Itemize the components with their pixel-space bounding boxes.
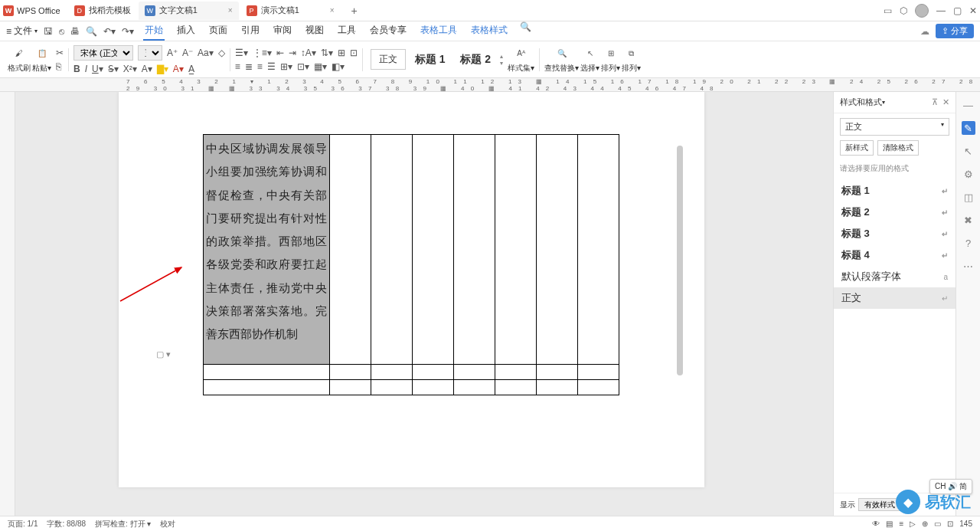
superscript-icon[interactable]: X²▾ [123, 64, 137, 74]
clear-format-icon[interactable]: ◇ [218, 48, 225, 58]
tab-tools[interactable]: 工具 [336, 21, 358, 41]
tab-document-active[interactable]: W 文字文稿1 × [139, 2, 239, 20]
find-replace-button[interactable]: 🔍 查找替换▾ [544, 46, 579, 74]
tab-icon[interactable]: ⊡▾ [297, 61, 309, 72]
table-row[interactable] [204, 380, 619, 395]
cut-icon[interactable]: ✂ [56, 48, 64, 58]
border-icon[interactable]: ▦▾ [314, 61, 327, 72]
select-tool-icon[interactable]: ↖ [962, 144, 975, 158]
style-item-default-para[interactable]: 默认段落字体a [834, 266, 956, 287]
view-page-icon[interactable]: ▤ [886, 520, 893, 528]
style-h2[interactable]: 标题 2 [454, 51, 497, 68]
font-color-icon[interactable]: A▾ [173, 64, 184, 74]
decrease-indent-icon[interactable]: ⇤ [276, 48, 284, 58]
align-left-icon[interactable]: ≡ [235, 61, 240, 72]
vertical-scrollbar[interactable] [677, 146, 683, 375]
search-icon[interactable]: 🔍 [520, 21, 531, 41]
tab-table-tools[interactable]: 表格工具 [419, 21, 459, 41]
change-case-icon[interactable]: Aa▾ [198, 48, 214, 58]
show-marks-icon[interactable]: ⊡ [350, 48, 358, 58]
select-button[interactable]: ↖ 选择▾ [580, 46, 599, 74]
eye-icon[interactable]: 👁 [872, 520, 880, 528]
cloud-icon[interactable]: ☁ [920, 26, 929, 37]
style-item-h4[interactable]: 标题 4↵ [834, 244, 956, 266]
table-row[interactable] [204, 365, 619, 380]
font-dialog-icon[interactable]: A̲ [188, 64, 194, 74]
tab-presentation[interactable]: P 演示文稿1 × [240, 2, 341, 20]
arrange-button[interactable]: ⊞ 排列▾ [601, 46, 620, 74]
align-center-icon[interactable]: ≣ [245, 61, 253, 72]
style-normal[interactable]: 正文 [371, 49, 406, 70]
annotation-marker-icon[interactable]: ▢ ▾ [156, 349, 171, 359]
horizontal-ruler[interactable]: 7 6 5 4 3 2 1 ▾ 1 2 3 4 5 6 7 8 9 10 11 … [0, 78, 980, 92]
close-icon[interactable]: × [228, 6, 233, 15]
sort-icon[interactable]: ⊞ [338, 48, 345, 58]
style-item-h2[interactable]: 标题 2↵ [834, 202, 956, 223]
pencil-icon[interactable]: ✎ [962, 121, 975, 135]
clear-format-button[interactable]: 清除格式 [877, 140, 919, 156]
settings-icon[interactable]: ⚙ [962, 167, 975, 181]
add-tab-button[interactable]: + [347, 5, 362, 17]
new-style-button[interactable]: 新样式 [840, 140, 874, 156]
tools-icon[interactable]: ✖ [962, 213, 975, 227]
tab-page[interactable]: 页面 [207, 21, 229, 41]
style-set-button[interactable]: Aᴬ 样式集▾ [508, 46, 534, 74]
highlight-icon[interactable]: ▇▾ [157, 64, 168, 74]
view-outline-icon[interactable]: ≡ [899, 520, 903, 528]
tab-view[interactable]: 视图 [304, 21, 325, 41]
tab-insert[interactable]: 插入 [175, 21, 197, 41]
tab-member[interactable]: 会员专享 [368, 21, 408, 41]
save-icon[interactable]: 🖫 [44, 26, 53, 37]
tab-home[interactable]: 开始 [143, 21, 165, 41]
word-count[interactable]: 字数: 88/88 [47, 519, 86, 529]
document-canvas[interactable]: ▢ ▾ 中央区域协调发展领导小组要加强统筹协调和督促检查，中央有关部门要研究提出… [15, 92, 833, 531]
italic-icon[interactable]: I [85, 64, 87, 74]
layout-icon[interactable]: ◫ [962, 190, 975, 204]
view-focus-icon[interactable]: ▭ [934, 520, 941, 528]
file-menu[interactable]: ≡ 文件 ▾ [6, 25, 38, 38]
text-direction-icon[interactable]: ↕A▾ [301, 48, 316, 58]
cube-icon[interactable]: ⬡ [900, 5, 907, 16]
tab-reference[interactable]: 引用 [240, 21, 261, 41]
bullets-icon[interactable]: ☰▾ [235, 48, 248, 58]
share-button[interactable]: ⇪ 分享 [936, 24, 974, 38]
spell-check-status[interactable]: 拼写检查: 打开 ▾ [95, 519, 151, 529]
zoom-fit-icon[interactable]: ⊡ [947, 520, 953, 528]
strike-icon[interactable]: S̶▾ [108, 64, 119, 74]
current-style-select[interactable]: 正文▾ [840, 118, 949, 136]
style-item-h1[interactable]: 标题 1↵ [834, 180, 956, 202]
view-read-icon[interactable]: ▷ [910, 520, 916, 528]
document-table[interactable]: 中央区域协调发展领导小组要加强统筹协调和督促检查，中央有关部门要研究提出有针对性… [203, 134, 619, 395]
format-painter-button[interactable]: 🖌 格式刷 [8, 46, 31, 74]
numbering-icon[interactable]: ⋮≡▾ [253, 48, 272, 58]
style-item-h3[interactable]: 标题 3↵ [834, 223, 956, 244]
increase-font-icon[interactable]: A⁺ [167, 48, 178, 58]
justify-icon[interactable]: ☰ [267, 61, 276, 72]
export-icon[interactable]: ⎋ [59, 26, 64, 37]
underline-icon[interactable]: U▾ [92, 64, 103, 74]
view-web-icon[interactable]: ⊕ [922, 520, 928, 528]
copy-icon[interactable]: ⎘ [56, 61, 61, 72]
close-panel-icon[interactable]: ✕ [942, 97, 949, 107]
tab-review[interactable]: 审阅 [272, 21, 293, 41]
close-window-icon[interactable]: ✕ [969, 5, 977, 16]
zoom-value[interactable]: 145 [959, 520, 972, 528]
shading-icon[interactable]: ◧▾ [332, 61, 345, 72]
style-up-icon[interactable]: ▴ [500, 53, 503, 60]
text-effect-icon[interactable]: A▾ [142, 64, 152, 74]
paste-button[interactable]: 📋 粘贴▾ [32, 46, 51, 74]
style-h1[interactable]: 标题 1 [409, 51, 452, 68]
collapse-icon[interactable]: — [962, 98, 975, 112]
help-icon[interactable]: ? [962, 236, 975, 250]
align-right-icon[interactable]: ≡ [257, 61, 263, 72]
undo-icon[interactable]: ↶▾ [103, 26, 116, 37]
page-indicator[interactable]: 页面: 1/1 [8, 519, 38, 529]
more-icon[interactable]: ⋯ [962, 259, 975, 273]
distribute-icon[interactable]: ⊞▾ [280, 61, 292, 72]
line-spacing-icon[interactable]: ⇅▾ [321, 48, 333, 58]
avatar[interactable] [915, 4, 929, 18]
sort-button[interactable]: ⧉ 排列▾ [622, 46, 641, 74]
tab-table-style[interactable]: 表格样式 [469, 21, 509, 41]
minimize-icon[interactable]: — [936, 5, 946, 16]
tab-templates[interactable]: D 找稻壳模板 [68, 2, 137, 20]
